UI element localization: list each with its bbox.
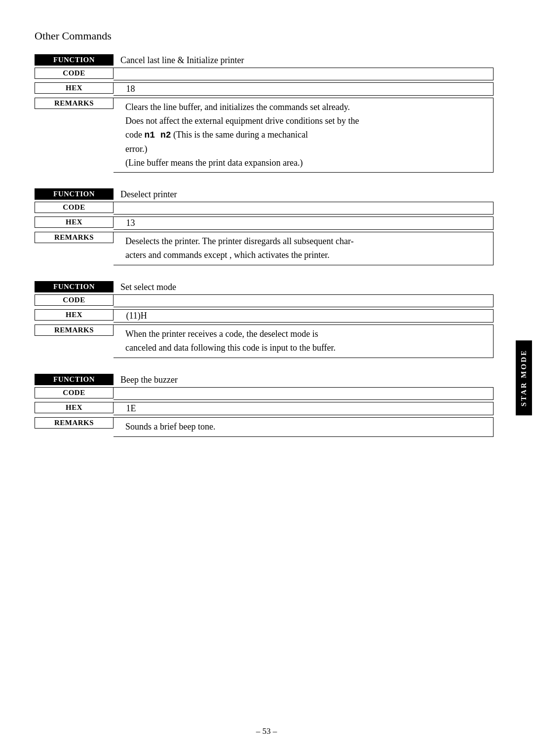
function-row-4: FUNCTION Beep the buzzer	[35, 374, 494, 386]
page-title: Other Commands	[35, 30, 494, 42]
remarks-label-1: REMARKS	[35, 98, 114, 109]
remarks-row-4: REMARKSSounds a brief beep tone.	[35, 417, 494, 437]
code-label-2: CODE	[35, 202, 114, 213]
page: Other Commands FUNCTION Cancel last line…	[0, 0, 533, 756]
function-value-4: Beep the buzzer	[114, 374, 494, 386]
function-value-1: Cancel last line & Initialize printer	[114, 54, 494, 67]
command-block-3: FUNCTION Set select mode CODE HEX (11)H …	[35, 281, 494, 358]
remarks-value-2: Deselects the printer. The printer disre…	[114, 232, 494, 265]
hex-label-1: HEX	[35, 82, 114, 94]
remarks-row-2: REMARKSDeselects the printer. The printe…	[35, 232, 494, 265]
page-footer: – 53 –	[0, 726, 533, 736]
hex-label-2: HEX	[35, 216, 114, 228]
code-label-4: CODE	[35, 387, 114, 398]
hex-value-2: 13	[114, 216, 494, 230]
commands-container: FUNCTION Cancel last line & Initialize p…	[35, 54, 494, 437]
function-value-3: Set select mode	[114, 281, 494, 293]
code-value-3	[114, 294, 494, 307]
hex-row-3: HEX (11)H	[35, 309, 494, 323]
remarks-text-4: Sounds a brief beep tone.	[119, 419, 487, 435]
hex-row-4: HEX 1E	[35, 402, 494, 415]
code-row-1: CODE	[35, 68, 494, 80]
function-label-3: FUNCTION	[35, 281, 114, 292]
remarks-label-3: REMARKS	[35, 324, 114, 336]
code-value-2	[114, 202, 494, 215]
code-value-4	[114, 387, 494, 400]
remarks-label-4: REMARKS	[35, 417, 114, 429]
remarks-value-3: When the printer receives a code, the de…	[114, 324, 494, 358]
remarks-text-3: When the printer receives a code, the de…	[119, 326, 487, 357]
hex-label-4: HEX	[35, 402, 114, 413]
hex-row-2: HEX 13	[35, 216, 494, 230]
function-row-1: FUNCTION Cancel last line & Initialize p…	[35, 54, 494, 67]
hex-label-3: HEX	[35, 309, 114, 321]
code-value-1	[114, 68, 494, 80]
function-label-2: FUNCTION	[35, 188, 114, 200]
remarks-value-1: Clears the line buffer, and initializes …	[114, 98, 494, 173]
remarks-row-1: REMARKSClears the line buffer, and initi…	[35, 98, 494, 173]
code-row-2: CODE	[35, 202, 494, 215]
function-label-1: FUNCTION	[35, 54, 114, 66]
remarks-label-2: REMARKS	[35, 232, 114, 243]
code-label-3: CODE	[35, 294, 114, 306]
hex-row-1: HEX 18	[35, 82, 494, 96]
hex-value-4: 1E	[114, 402, 494, 415]
remarks-value-4: Sounds a brief beep tone.	[114, 417, 494, 437]
function-value-2: Deselect printer	[114, 188, 494, 201]
code-label-1: CODE	[35, 68, 114, 79]
command-block-4: FUNCTION Beep the buzzer CODE HEX 1E REM…	[35, 374, 494, 437]
sidebar-text: STAR MODE	[516, 340, 532, 415]
remarks-row-3: REMARKSWhen the printer receives a code,…	[35, 324, 494, 358]
hex-value-1: 18	[114, 82, 494, 96]
function-row-2: FUNCTION Deselect printer	[35, 188, 494, 201]
sidebar: STAR MODE	[514, 0, 533, 756]
remarks-text-2: Deselects the printer. The printer disre…	[119, 233, 487, 264]
function-label-4: FUNCTION	[35, 374, 114, 385]
code-row-3: CODE	[35, 294, 494, 307]
code-row-4: CODE	[35, 387, 494, 400]
hex-value-3: (11)H	[114, 309, 494, 323]
function-row-3: FUNCTION Set select mode	[35, 281, 494, 293]
remarks-text-1: Clears the line buffer, and initializes …	[119, 99, 487, 171]
command-block-1: FUNCTION Cancel last line & Initialize p…	[35, 54, 494, 173]
command-block-2: FUNCTION Deselect printer CODE HEX 13 RE…	[35, 188, 494, 265]
